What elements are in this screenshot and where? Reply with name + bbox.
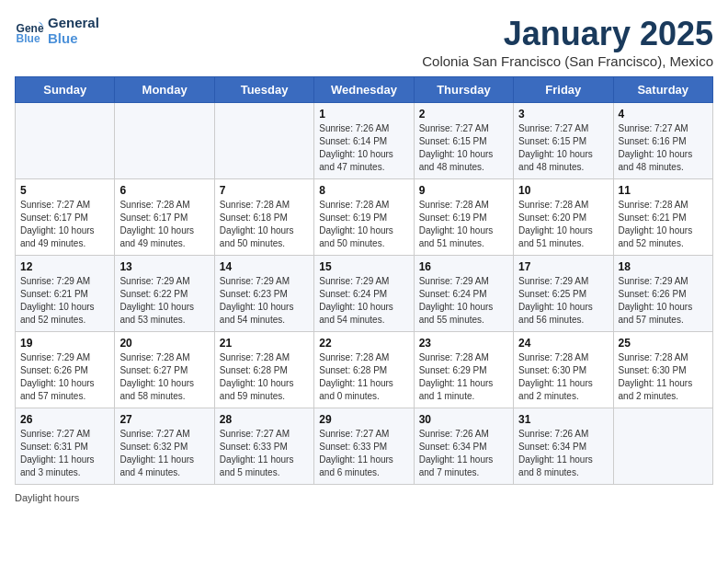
day-info: Sunrise: 7:28 AM Sunset: 6:17 PM Dayligh… bbox=[119, 199, 209, 250]
day-info: Sunrise: 7:28 AM Sunset: 6:18 PM Dayligh… bbox=[220, 199, 309, 250]
calendar-cell: 29Sunrise: 7:27 AM Sunset: 6:33 PM Dayli… bbox=[314, 408, 414, 485]
calendar-cell: 21Sunrise: 7:28 AM Sunset: 6:28 PM Dayli… bbox=[214, 332, 313, 408]
day-number: 24 bbox=[518, 337, 608, 350]
day-number: 3 bbox=[518, 108, 608, 121]
calendar-cell: 9Sunrise: 7:28 AM Sunset: 6:19 PM Daylig… bbox=[414, 179, 513, 256]
calendar-cell: 11Sunrise: 7:28 AM Sunset: 6:21 PM Dayli… bbox=[613, 179, 712, 256]
day-header-saturday: Saturday bbox=[613, 77, 712, 103]
day-number: 26 bbox=[20, 413, 109, 426]
day-number: 7 bbox=[220, 184, 309, 197]
logo-line1: General bbox=[48, 15, 99, 30]
day-info: Sunrise: 7:27 AM Sunset: 6:17 PM Dayligh… bbox=[20, 199, 109, 250]
calendar-cell: 25Sunrise: 7:28 AM Sunset: 6:30 PM Dayli… bbox=[613, 332, 712, 408]
day-header-wednesday: Wednesday bbox=[314, 77, 414, 103]
calendar-cell: 27Sunrise: 7:27 AM Sunset: 6:32 PM Dayli… bbox=[115, 408, 214, 485]
day-number: 30 bbox=[419, 413, 508, 426]
day-number: 23 bbox=[419, 337, 508, 350]
calendar-cell: 26Sunrise: 7:27 AM Sunset: 6:31 PM Dayli… bbox=[16, 408, 115, 485]
day-header-tuesday: Tuesday bbox=[214, 77, 313, 103]
calendar-cell: 31Sunrise: 7:26 AM Sunset: 6:34 PM Dayli… bbox=[514, 408, 613, 485]
day-info: Sunrise: 7:29 AM Sunset: 6:21 PM Dayligh… bbox=[20, 275, 109, 327]
calendar-table: SundayMondayTuesdayWednesdayThursdayFrid… bbox=[15, 76, 713, 485]
day-info: Sunrise: 7:29 AM Sunset: 6:24 PM Dayligh… bbox=[419, 275, 508, 327]
day-info: Sunrise: 7:28 AM Sunset: 6:19 PM Dayligh… bbox=[319, 199, 408, 250]
day-number: 18 bbox=[619, 260, 708, 273]
day-number: 1 bbox=[319, 108, 408, 121]
day-info: Sunrise: 7:26 AM Sunset: 6:34 PM Dayligh… bbox=[518, 428, 608, 479]
day-number: 9 bbox=[419, 184, 508, 197]
day-info: Sunrise: 7:29 AM Sunset: 6:26 PM Dayligh… bbox=[619, 275, 708, 327]
logo-line2: Blue bbox=[48, 30, 99, 46]
month-title: January 2025 bbox=[422, 15, 713, 53]
day-number: 12 bbox=[20, 260, 109, 273]
calendar-cell: 10Sunrise: 7:28 AM Sunset: 6:20 PM Dayli… bbox=[514, 179, 613, 256]
day-info: Sunrise: 7:27 AM Sunset: 6:15 PM Dayligh… bbox=[518, 122, 608, 174]
calendar-cell bbox=[16, 103, 115, 179]
day-number: 11 bbox=[619, 184, 708, 197]
day-number: 29 bbox=[319, 413, 408, 426]
day-info: Sunrise: 7:28 AM Sunset: 6:20 PM Dayligh… bbox=[518, 199, 608, 250]
calendar-cell: 5Sunrise: 7:27 AM Sunset: 6:17 PM Daylig… bbox=[16, 179, 115, 256]
calendar-week-row: 5Sunrise: 7:27 AM Sunset: 6:17 PM Daylig… bbox=[16, 179, 713, 256]
day-number: 5 bbox=[20, 184, 109, 197]
logo: General Blue General Blue bbox=[15, 15, 99, 46]
calendar-cell: 1Sunrise: 7:26 AM Sunset: 6:14 PM Daylig… bbox=[314, 103, 414, 179]
day-info: Sunrise: 7:29 AM Sunset: 6:26 PM Dayligh… bbox=[20, 351, 109, 403]
day-info: Sunrise: 7:26 AM Sunset: 6:34 PM Dayligh… bbox=[419, 428, 508, 479]
day-number: 31 bbox=[518, 413, 608, 426]
day-info: Sunrise: 7:28 AM Sunset: 6:27 PM Dayligh… bbox=[119, 351, 209, 403]
day-number: 10 bbox=[518, 184, 608, 197]
day-info: Sunrise: 7:28 AM Sunset: 6:19 PM Dayligh… bbox=[419, 199, 508, 250]
calendar-cell: 8Sunrise: 7:28 AM Sunset: 6:19 PM Daylig… bbox=[314, 179, 414, 256]
day-number: 13 bbox=[119, 260, 209, 273]
day-info: Sunrise: 7:28 AM Sunset: 6:28 PM Dayligh… bbox=[319, 351, 408, 403]
day-info: Sunrise: 7:27 AM Sunset: 6:31 PM Dayligh… bbox=[20, 428, 109, 479]
footer: Daylight hours bbox=[15, 492, 713, 503]
day-number: 20 bbox=[119, 337, 209, 350]
footer-label: Daylight hours bbox=[15, 492, 79, 503]
page-header: General Blue General Blue January 2025 C… bbox=[15, 15, 713, 69]
calendar-cell: 14Sunrise: 7:29 AM Sunset: 6:23 PM Dayli… bbox=[214, 256, 313, 332]
logo-icon: General Blue bbox=[15, 16, 44, 45]
day-info: Sunrise: 7:29 AM Sunset: 6:22 PM Dayligh… bbox=[119, 275, 209, 327]
day-number: 21 bbox=[220, 337, 309, 350]
calendar-header-row: SundayMondayTuesdayWednesdayThursdayFrid… bbox=[16, 77, 713, 103]
day-number: 19 bbox=[20, 337, 109, 350]
day-number: 28 bbox=[220, 413, 309, 426]
calendar-cell bbox=[613, 408, 712, 485]
day-number: 14 bbox=[220, 260, 309, 273]
calendar-cell: 17Sunrise: 7:29 AM Sunset: 6:25 PM Dayli… bbox=[514, 256, 613, 332]
day-info: Sunrise: 7:29 AM Sunset: 6:23 PM Dayligh… bbox=[220, 275, 309, 327]
calendar-cell: 30Sunrise: 7:26 AM Sunset: 6:34 PM Dayli… bbox=[414, 408, 513, 485]
calendar-cell: 19Sunrise: 7:29 AM Sunset: 6:26 PM Dayli… bbox=[16, 332, 115, 408]
calendar-cell: 12Sunrise: 7:29 AM Sunset: 6:21 PM Dayli… bbox=[16, 256, 115, 332]
day-number: 4 bbox=[619, 108, 708, 121]
location-subtitle: Colonia San Francisco (San Francisco), M… bbox=[422, 53, 713, 69]
calendar-cell: 13Sunrise: 7:29 AM Sunset: 6:22 PM Dayli… bbox=[115, 256, 214, 332]
day-info: Sunrise: 7:29 AM Sunset: 6:24 PM Dayligh… bbox=[319, 275, 408, 327]
title-block: January 2025 Colonia San Francisco (San … bbox=[422, 15, 713, 69]
day-number: 25 bbox=[619, 337, 708, 350]
day-number: 8 bbox=[319, 184, 408, 197]
calendar-week-row: 1Sunrise: 7:26 AM Sunset: 6:14 PM Daylig… bbox=[16, 103, 713, 179]
calendar-cell: 22Sunrise: 7:28 AM Sunset: 6:28 PM Dayli… bbox=[314, 332, 414, 408]
day-header-thursday: Thursday bbox=[414, 77, 513, 103]
day-number: 17 bbox=[518, 260, 608, 273]
day-number: 6 bbox=[119, 184, 209, 197]
day-info: Sunrise: 7:27 AM Sunset: 6:32 PM Dayligh… bbox=[119, 428, 209, 479]
calendar-cell: 24Sunrise: 7:28 AM Sunset: 6:30 PM Dayli… bbox=[514, 332, 613, 408]
calendar-week-row: 26Sunrise: 7:27 AM Sunset: 6:31 PM Dayli… bbox=[16, 408, 713, 485]
day-number: 2 bbox=[419, 108, 508, 121]
day-number: 16 bbox=[419, 260, 508, 273]
calendar-cell: 16Sunrise: 7:29 AM Sunset: 6:24 PM Dayli… bbox=[414, 256, 513, 332]
calendar-cell: 2Sunrise: 7:27 AM Sunset: 6:15 PM Daylig… bbox=[414, 103, 513, 179]
day-header-friday: Friday bbox=[514, 77, 613, 103]
calendar-cell: 4Sunrise: 7:27 AM Sunset: 6:16 PM Daylig… bbox=[613, 103, 712, 179]
day-number: 22 bbox=[319, 337, 408, 350]
calendar-cell: 6Sunrise: 7:28 AM Sunset: 6:17 PM Daylig… bbox=[115, 179, 214, 256]
day-header-sunday: Sunday bbox=[16, 77, 115, 103]
calendar-week-row: 12Sunrise: 7:29 AM Sunset: 6:21 PM Dayli… bbox=[16, 256, 713, 332]
day-info: Sunrise: 7:28 AM Sunset: 6:21 PM Dayligh… bbox=[619, 199, 708, 250]
calendar-cell: 18Sunrise: 7:29 AM Sunset: 6:26 PM Dayli… bbox=[613, 256, 712, 332]
calendar-cell bbox=[214, 103, 313, 179]
